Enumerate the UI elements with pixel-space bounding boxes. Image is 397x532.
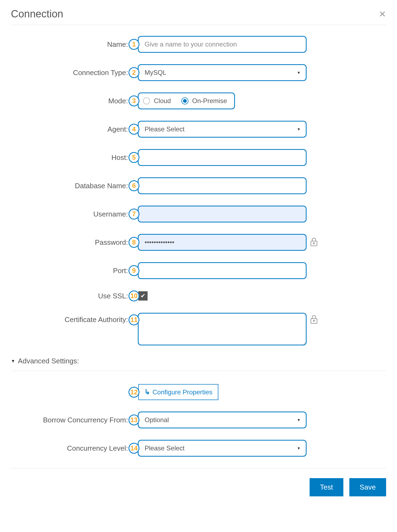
cert-authority-input[interactable] bbox=[138, 313, 307, 345]
test-button[interactable]: Test bbox=[310, 478, 343, 496]
configure-properties-label: Configure Properties bbox=[152, 388, 212, 396]
badge-6: 6 bbox=[129, 180, 139, 191]
row-password: Password: 8 bbox=[11, 234, 386, 251]
borrow-concurrency-select[interactable]: Optional bbox=[138, 412, 307, 428]
row-borrow-concurrency: Borrow Concurrency From: 13 Optional ▼ bbox=[11, 412, 386, 428]
radio-icon bbox=[143, 97, 150, 104]
username-input[interactable] bbox=[138, 206, 307, 222]
badge-11: 11 bbox=[129, 314, 139, 325]
connection-type-select[interactable]: MySQL bbox=[138, 64, 307, 81]
mode-cloud-radio[interactable]: Cloud bbox=[143, 97, 171, 105]
divider bbox=[11, 371, 386, 371]
badge-13: 13 bbox=[129, 415, 139, 425]
label-username: Username: bbox=[11, 210, 128, 218]
badge-8: 8 bbox=[129, 237, 139, 248]
badge-3: 3 bbox=[129, 95, 139, 106]
radio-icon bbox=[181, 97, 188, 104]
divider bbox=[11, 468, 386, 468]
label-host: Host: bbox=[11, 153, 128, 162]
check-icon: ✔ bbox=[141, 292, 145, 299]
badge-10: 10 bbox=[129, 290, 139, 301]
advanced-settings-label: Advanced Settings: bbox=[18, 357, 79, 365]
badge-1: 1 bbox=[129, 39, 139, 50]
label-cert-authority: Certificate Authority: bbox=[11, 313, 128, 324]
port-input[interactable] bbox=[138, 262, 307, 279]
label-agent: Agent: bbox=[11, 125, 128, 134]
close-icon[interactable]: ✕ bbox=[379, 10, 386, 18]
row-username: Username: 7 bbox=[11, 206, 386, 222]
lock-icon bbox=[310, 237, 318, 248]
row-database-name: Database Name: 6 bbox=[11, 177, 386, 194]
badge-5: 5 bbox=[129, 152, 139, 163]
concurrency-level-select[interactable]: Please Select bbox=[138, 440, 307, 457]
mode-onprem-radio[interactable]: On-Premise bbox=[181, 97, 227, 105]
mode-onprem-label: On-Premise bbox=[192, 97, 227, 105]
label-borrow-concurrency: Borrow Concurrency From: bbox=[11, 416, 128, 424]
dialog-title: Connection bbox=[11, 8, 63, 20]
agent-select[interactable]: Please Select bbox=[138, 121, 307, 138]
lock-icon bbox=[310, 314, 318, 325]
arrow-right-icon: ↳ bbox=[144, 388, 150, 396]
row-configure: 12 ↳ Configure Properties bbox=[11, 384, 386, 400]
dialog-header: Connection ✕ bbox=[11, 8, 386, 25]
row-use-ssl: Use SSL: 10 ✔ bbox=[11, 290, 386, 301]
row-cert-authority: Certificate Authority: 11 bbox=[11, 313, 386, 345]
caret-down-icon: ▼ bbox=[11, 359, 15, 364]
row-port: Port: 9 bbox=[11, 262, 386, 279]
label-name: Name: bbox=[11, 40, 128, 49]
name-input[interactable] bbox=[138, 36, 307, 53]
use-ssl-checkbox[interactable]: ✔ bbox=[138, 291, 148, 301]
badge-12: 12 bbox=[129, 387, 139, 398]
dialog-footer: Test Save bbox=[11, 478, 386, 496]
label-database-name: Database Name: bbox=[11, 182, 128, 190]
row-connection-type: Connection Type: 2 MySQL ▼ bbox=[11, 64, 386, 81]
label-concurrency-level: Concurrency Level: bbox=[11, 444, 128, 453]
label-port: Port: bbox=[11, 267, 128, 275]
row-host: Host: 5 bbox=[11, 149, 386, 166]
row-agent: Agent: 4 Please Select ▼ bbox=[11, 121, 386, 138]
svg-point-4 bbox=[313, 320, 314, 321]
mode-radio-group: Cloud On-Premise bbox=[138, 92, 235, 109]
label-connection-type: Connection Type: bbox=[11, 69, 128, 77]
advanced-settings-toggle[interactable]: ▼ Advanced Settings: bbox=[11, 357, 386, 365]
badge-4: 4 bbox=[129, 124, 139, 135]
row-concurrency-level: Concurrency Level: 14 Please Select ▼ bbox=[11, 440, 386, 457]
badge-7: 7 bbox=[129, 209, 139, 219]
row-name: Name: 1 bbox=[11, 36, 386, 53]
badge-14: 14 bbox=[129, 443, 139, 454]
database-name-input[interactable] bbox=[138, 177, 307, 194]
label-mode: Mode: bbox=[11, 97, 128, 105]
password-input[interactable] bbox=[138, 234, 307, 251]
label-password: Password: bbox=[11, 238, 128, 247]
badge-9: 9 bbox=[129, 265, 139, 276]
host-input[interactable] bbox=[138, 149, 307, 166]
row-mode: Mode: 3 Cloud On-Premise bbox=[11, 92, 386, 109]
save-button[interactable]: Save bbox=[349, 478, 386, 496]
mode-cloud-label: Cloud bbox=[154, 97, 171, 105]
label-use-ssl: Use SSL: bbox=[11, 292, 128, 300]
svg-point-1 bbox=[313, 243, 314, 244]
badge-2: 2 bbox=[129, 67, 139, 78]
configure-properties-button[interactable]: ↳ Configure Properties bbox=[138, 384, 218, 400]
